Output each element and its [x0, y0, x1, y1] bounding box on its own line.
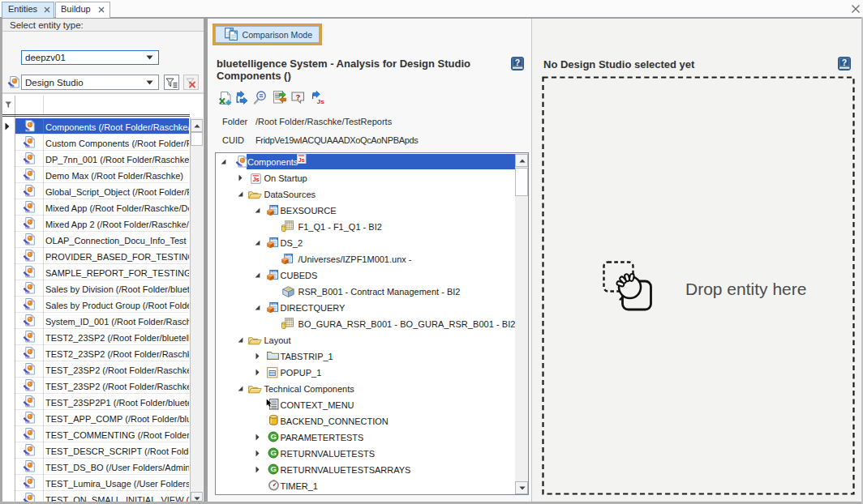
svg-text:Js: Js — [298, 157, 305, 163]
svg-text:Js: Js — [252, 176, 259, 183]
svg-text:?: ? — [295, 92, 300, 101]
svg-text:G: G — [270, 448, 276, 457]
svg-text:G: G — [270, 432, 276, 441]
svg-text:G: G — [270, 464, 276, 473]
svg-text:?: ? — [515, 58, 520, 67]
svg-text:?: ? — [842, 58, 847, 67]
svg-text:Js: Js — [317, 97, 324, 104]
